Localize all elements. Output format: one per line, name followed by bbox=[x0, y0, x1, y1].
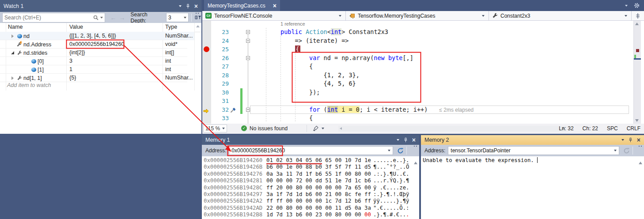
scrollbar-up-icon[interactable] bbox=[639, 158, 642, 166]
search-depth-combo[interactable]: 3 bbox=[166, 13, 189, 22]
memory-hex-bytes[interactable]: 00 00 00 72 00 dd 51 1e 7d 1c b6 bbox=[266, 177, 373, 184]
memory1-address-input[interactable] bbox=[229, 147, 388, 154]
code-editor[interactable]: 1 reference23 public Action<int> Constan… bbox=[202, 21, 633, 124]
window-menu-icon[interactable] bbox=[625, 5, 628, 7]
issues-status[interactable]: No issues found bbox=[250, 125, 288, 132]
chevron-down-icon[interactable] bbox=[322, 128, 324, 129]
expander-collapsed-icon[interactable] bbox=[9, 76, 15, 80]
watch-row-value[interactable]: 1 bbox=[69, 66, 160, 72]
member-dropdown[interactable]: Constant2x3 bbox=[489, 11, 632, 20]
watch-row[interactable]: [1]1int bbox=[0, 65, 194, 74]
toolbar-overflow-icon[interactable] bbox=[414, 146, 417, 147]
code-line[interactable]: 28 {1, 2, 3}, bbox=[202, 71, 633, 80]
search-back-icon[interactable]: ← bbox=[110, 14, 117, 21]
close-icon[interactable]: × bbox=[194, 4, 198, 8]
add-watch-item[interactable]: Add item to watch bbox=[7, 82, 51, 88]
scrollbar-up-icon[interactable] bbox=[635, 23, 639, 25]
tab-memorytestingcases[interactable]: MemoryTestingCases.cs × bbox=[204, 0, 280, 11]
scrollbar-down-icon[interactable] bbox=[635, 119, 639, 122]
code-line[interactable]: 27 { bbox=[202, 62, 633, 71]
scroll-left-icon[interactable] bbox=[340, 127, 342, 130]
pin-icon[interactable] bbox=[628, 137, 633, 143]
watch-row-value[interactable]: {5} bbox=[69, 75, 160, 81]
memory-hex-bytes[interactable]: ff ff 00 00 00 00 1c 7d 12 b6 ff bbox=[266, 198, 373, 204]
breakpoint-icon[interactable] bbox=[204, 46, 209, 52]
watch-row-value[interactable]: {int[2]} bbox=[69, 49, 160, 56]
split-window-button[interactable] bbox=[632, 11, 644, 20]
zoom-combo[interactable]: 115 % bbox=[203, 125, 227, 132]
memory-row[interactable]: 0x000002556B19426Bb6 00 1e 00 88 b0 3f 5… bbox=[202, 164, 419, 170]
expander-expanded-icon[interactable] bbox=[9, 51, 15, 54]
horizontal-scrollbar[interactable] bbox=[338, 126, 566, 132]
watch-row-value[interactable]: {[[1, 2, 3], [4, 5, 6]]} bbox=[69, 33, 160, 39]
memory-hex-bytes[interactable]: ff 20 00 80 00 00 00 00 7a 65 00 bbox=[266, 185, 373, 191]
watch-search[interactable] bbox=[2, 13, 105, 23]
memory2-address-input[interactable] bbox=[448, 147, 614, 154]
memory-hex-bytes[interactable]: 3a 1f 7d 1d b6 00 21 00 8c fe ff bbox=[266, 191, 373, 198]
codelens-references[interactable]: 1 reference bbox=[280, 21, 305, 26]
column-header-name[interactable]: Name bbox=[8, 24, 23, 30]
memory-hex-bytes[interactable]: 01 02 03 04 05 06 65 00 10 7d 1e bbox=[266, 157, 373, 164]
memory-hex-bytes[interactable]: 1d 7d 13 b6 00 23 00 80 00 00 00 bbox=[266, 211, 373, 218]
watch-row-value[interactable]: 0x000002556b194260 bbox=[69, 41, 160, 47]
close-tab-icon[interactable]: × bbox=[273, 4, 277, 8]
chevron-down-icon[interactable] bbox=[614, 150, 617, 151]
pin-icon[interactable] bbox=[403, 137, 408, 143]
toolbar-overflow-icon[interactable] bbox=[196, 13, 199, 14]
close-icon[interactable]: × bbox=[412, 138, 416, 142]
memory-hex-bytes[interactable]: b6 00 1e 00 88 b0 3f 5f 7f 11 d5 bbox=[266, 164, 373, 170]
search-input[interactable] bbox=[3, 15, 93, 21]
memory1-hex-view[interactable]: 0x000002556B19426001 02 03 04 05 06 65 0… bbox=[202, 156, 419, 219]
code-line[interactable]: 30 }); bbox=[202, 88, 633, 97]
memory-row[interactable]: 0x000002556B1942AD22 00 80 00 00 00 00 1… bbox=[202, 205, 419, 211]
outlining-collapse-box[interactable] bbox=[246, 108, 250, 112]
memory-row[interactable]: 0x000002556B19428Cff 20 00 80 00 00 00 0… bbox=[202, 185, 419, 191]
gear-icon[interactable] bbox=[634, 3, 640, 8]
expander-collapsed-icon[interactable] bbox=[9, 34, 15, 38]
memory-row[interactable]: 0x000002556B1942973a 1f 7d 1d b6 00 21 0… bbox=[202, 191, 419, 198]
memory-row[interactable]: 0x000002556B19428100 00 00 72 00 dd 51 1… bbox=[202, 177, 419, 184]
code-line[interactable]: 26 var nd = np.array(new byte[,] bbox=[202, 54, 633, 63]
outlining-collapse-box[interactable] bbox=[246, 56, 250, 60]
memory1-titlebar[interactable]: Memory 1 × bbox=[202, 135, 419, 145]
filter-columns-icon[interactable] bbox=[194, 15, 201, 20]
memory-hex-bytes[interactable]: 22 00 80 00 00 00 00 11 d5 0a 3a bbox=[266, 205, 373, 211]
watch-row[interactable]: [0]3int bbox=[0, 57, 194, 65]
window-menu-icon[interactable] bbox=[621, 139, 624, 141]
toolbar-overflow-icon[interactable] bbox=[639, 146, 642, 147]
code-line[interactable]: 33 { bbox=[202, 114, 633, 123]
search-options-icon[interactable] bbox=[100, 17, 103, 19]
outlining-collapse-box[interactable] bbox=[246, 30, 250, 34]
outlining-collapse-box[interactable] bbox=[246, 39, 250, 43]
class-dropdown[interactable]: Tensorflow.MemoryTestingCases bbox=[346, 11, 489, 20]
watch-row[interactable]: nd.strides{int[2]}int[] bbox=[0, 49, 194, 57]
pin-icon[interactable] bbox=[186, 4, 190, 9]
code-line[interactable]: 29 {4, 5, 6} bbox=[202, 79, 633, 88]
memory1-address-combo[interactable] bbox=[229, 146, 393, 155]
search-forward-icon[interactable]: → bbox=[119, 14, 125, 21]
code-line[interactable]: 32 for (int i = 0; i < iterate; i++)≤ 2m… bbox=[202, 106, 633, 114]
column-header-type[interactable]: Type bbox=[165, 24, 177, 30]
refresh-icon[interactable] bbox=[397, 147, 404, 154]
memory-row[interactable]: 0x000002556B1942A2ff ff 00 00 00 00 1c 7… bbox=[202, 198, 419, 204]
scrollbar-up-icon[interactable] bbox=[196, 25, 200, 27]
watch-row[interactable]: nd.Address0x000002556b194260void* bbox=[0, 40, 194, 49]
watch-row-value[interactable]: 3 bbox=[69, 58, 160, 64]
watch-row[interactable]: nd{[[1, 2, 3], [4, 5, 6]]}NumShar... bbox=[0, 32, 194, 40]
code-line[interactable]: 24 => (iterate) => bbox=[202, 37, 633, 45]
memory-row[interactable]: 0x000002556B1942760a 3a 11 7d 1f b6 55 1… bbox=[202, 171, 419, 177]
format-brush-icon[interactable] bbox=[313, 125, 319, 132]
project-dropdown[interactable]: C# TensorFlowNET.Console bbox=[202, 11, 346, 20]
window-menu-icon[interactable] bbox=[179, 5, 182, 7]
watch-row[interactable]: nd[1, 1]{5}NumShar... bbox=[0, 74, 194, 82]
close-icon[interactable]: × bbox=[637, 138, 640, 142]
code-line[interactable]: 25 { bbox=[202, 45, 633, 54]
pin-tab-icon[interactable] bbox=[267, 5, 272, 6]
editor-vertical-scrollbar[interactable] bbox=[633, 21, 641, 124]
memory-row[interactable]: 0x000002556B19426001 02 03 04 05 06 65 0… bbox=[202, 157, 419, 164]
memory-row[interactable]: 0x000002556B1942B81d 7d 13 b6 00 23 00 8… bbox=[202, 211, 419, 218]
column-header-value[interactable]: Value bbox=[69, 24, 83, 30]
code-line[interactable]: 31 bbox=[202, 97, 633, 106]
memory2-titlebar[interactable]: Memory 2 × bbox=[421, 135, 644, 145]
memory-hex-bytes[interactable]: 0a 3a 11 7d 1f b6 55 1f 00 80 00 bbox=[266, 171, 373, 177]
